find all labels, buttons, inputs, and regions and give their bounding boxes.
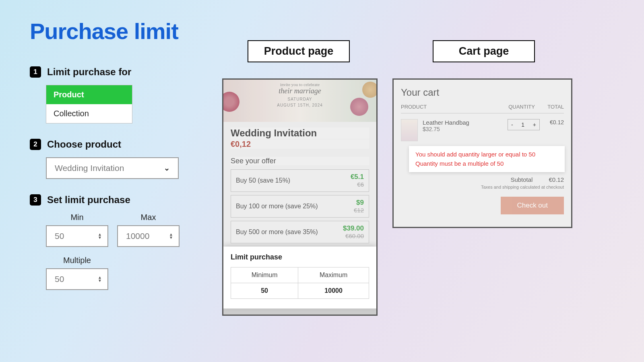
min-value: 50 (55, 231, 64, 241)
offer-label: Buy 100 or more (save 25%) (236, 203, 318, 210)
stepper-icon[interactable]: ▲▼ (169, 233, 173, 239)
option-collection[interactable]: Collection (46, 104, 132, 123)
product-image: invite you to celebrate their marriage S… (223, 80, 376, 122)
min-label: Min (70, 213, 83, 222)
offer-label: Buy 50 (save 15%) (236, 177, 290, 184)
step-2-number: 2 (30, 139, 41, 150)
limit-table: Minimum Maximum 50 10000 (231, 267, 369, 299)
subtotal-value: €0.12 (549, 176, 564, 183)
cart-head-product: PRODUCT (401, 104, 504, 110)
subtotal-label: Subtotal (510, 176, 533, 183)
limit-val-min: 50 (231, 283, 298, 299)
max-label: Max (141, 213, 156, 222)
step-3: 3 Set limit purchase Min 50 ▲▼ Max 10000… (30, 194, 203, 290)
product-page-preview: invite you to celebrate their marriage S… (222, 78, 378, 316)
error-line-1: You should add quantity larger or equal … (415, 150, 558, 159)
offer-heading: See your offer (231, 157, 369, 165)
stepper-icon[interactable]: ▲▼ (98, 276, 102, 282)
step-3-number: 3 (30, 194, 41, 206)
quantity-stepper[interactable]: - 1 + (508, 119, 540, 130)
error-message-box: You should add quantity larger or equal … (409, 146, 565, 172)
step-2-label: Choose product (47, 139, 121, 150)
cart-item-name: Leather Handbag (423, 119, 508, 126)
step-1: 1 Limit purchase for Product Collection (30, 66, 203, 123)
product-dropdown-value: Wedding Invitation (55, 163, 124, 173)
step-1-number: 1 (30, 66, 41, 78)
limit-for-selector: Product Collection (46, 85, 132, 123)
multiple-value: 50 (55, 274, 64, 284)
option-product[interactable]: Product (46, 85, 132, 104)
product-page-tag: Product page (248, 40, 350, 62)
cart-item-price: $32.75 (423, 126, 508, 132)
limit-val-max: 10000 (298, 283, 369, 299)
cart-head-qty: QUANTITY (504, 104, 540, 110)
cart-page-tag: Cart page (433, 40, 535, 62)
product-title: Wedding Invitation (231, 128, 369, 139)
tax-note: Taxes and shipping calculated at checkou… (401, 185, 564, 189)
cart-title: Your cart (401, 87, 564, 98)
multiple-label: Multiple (63, 256, 91, 265)
invite-line-2: their marriage (223, 87, 376, 95)
step-1-label: Limit purchase for (47, 66, 131, 78)
offer-new-price: €5.1 (351, 173, 364, 181)
limit-card-title: Limit purchase (231, 253, 369, 261)
offer-row[interactable]: Buy 100 or more (save 25%) $9€12 (231, 195, 369, 218)
multiple-input[interactable]: 50 ▲▼ (46, 268, 108, 290)
min-input[interactable]: 50 ▲▼ (46, 225, 108, 247)
page-title: Purchase limit (30, 18, 178, 44)
step-2: 2 Choose product Wedding Invitation ⌄ (30, 139, 203, 179)
qty-value: 1 (521, 121, 524, 128)
invite-line-1: invite you to celebrate (223, 82, 376, 87)
cart-head-total: TOTAL (540, 104, 564, 110)
step-3-label: Set limit purchase (47, 194, 130, 206)
offer-new-price: $9 (356, 199, 364, 206)
offer-label: Buy 500 or more (save 35%) (236, 228, 318, 236)
config-panel: 1 Limit purchase for Product Collection … (30, 66, 203, 305)
product-price: €0,12 (231, 140, 369, 149)
offer-row[interactable]: Buy 500 or more (save 35%) $39.00€60.00 (231, 221, 369, 243)
offer-old-price: €6 (357, 181, 364, 188)
offer-new-price: $39.00 (343, 224, 364, 232)
cart-item-thumb (401, 119, 418, 141)
cart-line-total: €0.12 (540, 119, 564, 125)
qty-plus-icon[interactable]: + (533, 121, 536, 128)
offer-old-price: €60.00 (345, 232, 364, 239)
stepper-icon[interactable]: ▲▼ (98, 233, 102, 239)
product-dropdown[interactable]: Wedding Invitation ⌄ (46, 157, 179, 179)
cart-page-preview: Your cart PRODUCT QUANTITY TOTAL Leather… (392, 78, 572, 228)
chevron-down-icon: ⌄ (164, 164, 170, 173)
offer-row[interactable]: Buy 50 (save 15%) €5.1€6 (231, 169, 369, 192)
checkout-button[interactable]: Check out (501, 197, 564, 214)
error-line-2: Quantity must be a multiple of 50 (415, 159, 558, 169)
limit-purchase-card: Limit purchase Minimum Maximum 50 10000 (223, 247, 376, 309)
max-value: 10000 (126, 231, 149, 241)
offer-old-price: €12 (354, 207, 364, 214)
limit-col-max: Maximum (298, 267, 369, 283)
max-input[interactable]: 10000 ▲▼ (117, 225, 180, 247)
qty-minus-icon[interactable]: - (511, 121, 513, 128)
limit-col-min: Minimum (231, 267, 298, 283)
